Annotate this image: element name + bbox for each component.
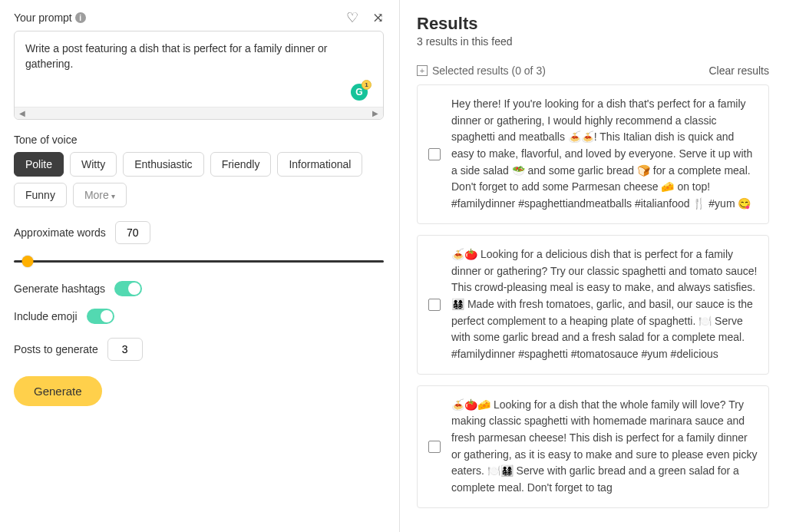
- grammarly-badge[interactable]: G1: [351, 84, 368, 101]
- result-card: 🍝🍅🧀 Looking for a dish that the whole fa…: [417, 385, 769, 508]
- generate-button[interactable]: Generate: [14, 376, 102, 406]
- result-text: Hey there! If you're looking for a dish …: [451, 96, 758, 213]
- prompt-box: Write a post featuring a dish that is pe…: [14, 31, 384, 120]
- result-checkbox[interactable]: [428, 148, 441, 160]
- result-card: Hey there! If you're looking for a dish …: [417, 84, 769, 224]
- result-text: 🍝🍅🧀 Looking for a dish that the whole fa…: [451, 397, 758, 497]
- approx-words-label: Approximate words: [14, 226, 106, 239]
- clear-results-button[interactable]: Clear results: [708, 64, 769, 77]
- heart-icon[interactable]: ♡: [346, 9, 358, 26]
- emoji-label: Include emoji: [14, 310, 78, 322]
- approx-words-input[interactable]: [115, 221, 150, 244]
- prompt-label: Your prompt i: [14, 12, 86, 24]
- results-title: Results: [417, 14, 769, 34]
- result-card: 🍝🍅 Looking for a delicious dish that is …: [417, 235, 769, 375]
- tone-chip-informational[interactable]: Informational: [277, 152, 362, 177]
- tone-chip-funny[interactable]: Funny: [14, 183, 67, 207]
- scroll-right-icon[interactable]: ▶: [372, 109, 378, 117]
- tone-row: PoliteWittyEnthusiasticFriendlyInformati…: [14, 152, 384, 207]
- hashtags-label: Generate hashtags: [14, 283, 105, 295]
- result-checkbox[interactable]: [428, 441, 441, 453]
- tone-chip-friendly[interactable]: Friendly: [210, 152, 272, 177]
- posts-label: Posts to generate: [14, 343, 98, 355]
- result-checkbox[interactable]: [428, 299, 441, 311]
- grammarly-count: 1: [362, 80, 372, 90]
- words-slider[interactable]: [14, 255, 384, 269]
- selected-results-label: Selected results (0 of 3): [432, 64, 546, 77]
- emoji-toggle[interactable]: [87, 309, 114, 324]
- expand-selected-button[interactable]: + Selected results (0 of 3): [417, 64, 546, 77]
- posts-input[interactable]: [107, 338, 143, 361]
- slider-thumb[interactable]: [22, 256, 34, 267]
- prompt-textarea[interactable]: Write a post featuring a dish that is pe…: [15, 31, 383, 81]
- hashtags-toggle[interactable]: [114, 281, 142, 296]
- tone-chip-witty[interactable]: Witty: [70, 152, 117, 177]
- shuffle-icon[interactable]: ⤨: [372, 9, 384, 26]
- results-subtitle: 3 results in this feed: [417, 35, 769, 48]
- scroll-left-icon[interactable]: ◀: [19, 109, 25, 117]
- prompt-label-text: Your prompt: [14, 12, 72, 24]
- plus-icon: +: [417, 65, 428, 76]
- tone-chip-enthusiastic[interactable]: Enthusiastic: [123, 152, 203, 177]
- tone-chip-polite[interactable]: Polite: [14, 152, 64, 177]
- tone-chip-more[interactable]: More▾: [73, 183, 127, 207]
- info-icon[interactable]: i: [75, 12, 86, 23]
- chevron-down-icon: ▾: [111, 192, 115, 200]
- tone-label: Tone of voice: [14, 134, 384, 146]
- result-text: 🍝🍅 Looking for a delicious dish that is …: [451, 246, 758, 363]
- horizontal-scrollbar[interactable]: ◀ ▶: [15, 107, 383, 119]
